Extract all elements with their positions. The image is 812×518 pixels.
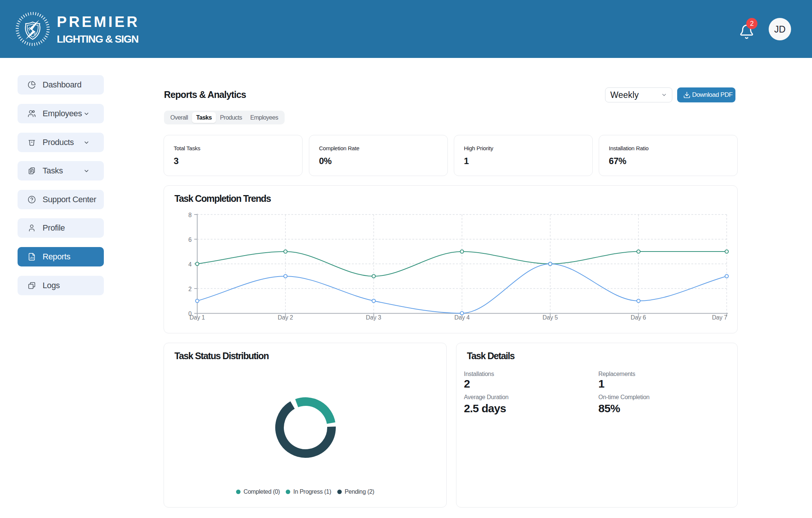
svg-text:2: 2 bbox=[188, 286, 192, 292]
svg-text:Day 3: Day 3 bbox=[366, 314, 381, 321]
svg-text:Day 2: Day 2 bbox=[278, 314, 293, 321]
svg-text:Day 7: Day 7 bbox=[712, 314, 727, 321]
svg-text:4: 4 bbox=[188, 261, 192, 268]
svg-text:8: 8 bbox=[188, 212, 192, 218]
svg-text:Day 6: Day 6 bbox=[631, 314, 646, 321]
svg-text:Day 5: Day 5 bbox=[543, 314, 558, 321]
svg-text:6: 6 bbox=[188, 237, 192, 243]
svg-text:Day 4: Day 4 bbox=[455, 314, 470, 321]
svg-text:Day 1: Day 1 bbox=[190, 314, 205, 321]
